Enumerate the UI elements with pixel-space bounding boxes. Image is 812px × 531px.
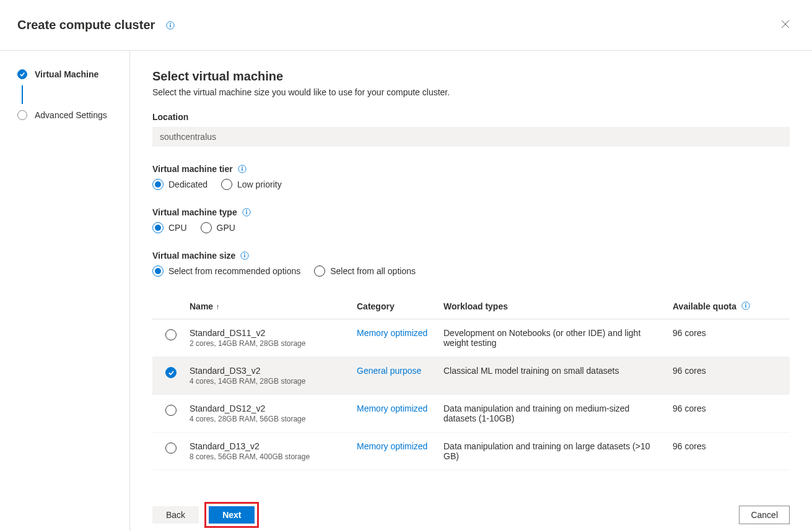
dialog-title: Create compute cluster xyxy=(17,18,155,32)
svg-point-12 xyxy=(244,253,245,254)
vm-quota: 96 cores xyxy=(673,328,790,338)
check-icon xyxy=(17,69,27,79)
step-connector xyxy=(22,85,23,104)
info-icon[interactable] xyxy=(242,208,251,217)
close-icon xyxy=(781,21,790,30)
column-workload-header[interactable]: Workload types xyxy=(443,301,673,311)
row-select-radio[interactable] xyxy=(165,367,177,378)
vm-name: Standard_DS12_v2 xyxy=(190,404,347,413)
vmsize-all-radio[interactable]: Select from all options xyxy=(314,266,416,277)
vmsize-label: Virtual machine size xyxy=(152,251,790,261)
tier-lowpriority-radio[interactable]: Low priority xyxy=(221,179,282,190)
vmsize-radio-group: Select from recommended options Select f… xyxy=(152,266,790,277)
vm-workload: Data manipulation and training on large … xyxy=(443,441,673,461)
tier-label: Virtual machine tier xyxy=(152,164,790,174)
step-circle-empty xyxy=(17,110,27,120)
vm-specs: 2 cores, 14GB RAM, 28GB storage xyxy=(190,339,347,348)
dialog-header: Create compute cluster xyxy=(0,0,812,51)
row-select-radio[interactable] xyxy=(165,405,177,416)
vm-quota: 96 cores xyxy=(673,404,790,413)
next-button[interactable]: Next xyxy=(209,506,255,524)
svg-rect-13 xyxy=(245,255,245,257)
vm-table-header: Name↑ Category Workload types Available … xyxy=(152,294,790,319)
vm-quota: 96 cores xyxy=(673,441,790,451)
svg-rect-16 xyxy=(745,305,746,308)
info-icon[interactable] xyxy=(238,165,247,173)
step-advanced-settings[interactable]: Advanced Settings xyxy=(0,104,129,126)
column-category-header[interactable]: Category xyxy=(357,301,443,311)
tier-dedicated-radio[interactable]: Dedicated xyxy=(152,179,207,190)
vmtype-label: Virtual machine type xyxy=(152,207,790,217)
location-label: Location xyxy=(152,112,790,122)
section-title: Select virtual machine xyxy=(152,69,790,84)
vm-specs: 8 cores, 56GB RAM, 400GB storage xyxy=(190,452,347,461)
svg-rect-2 xyxy=(170,24,171,27)
vm-table-row[interactable]: Standard_DS12_v2 4 cores, 28GB RAM, 56GB… xyxy=(152,395,790,433)
svg-point-9 xyxy=(246,210,247,211)
row-select-radio[interactable] xyxy=(165,442,177,454)
sort-ascending-icon: ↑ xyxy=(216,303,219,311)
info-icon[interactable] xyxy=(741,301,750,310)
vm-table-row[interactable]: Standard_D13_v2 8 cores, 56GB RAM, 400GB… xyxy=(152,433,790,470)
vmtype-gpu-radio[interactable]: GPU xyxy=(201,222,235,233)
step-label: Advanced Settings xyxy=(35,110,107,120)
category-link[interactable]: General purpose xyxy=(357,366,421,376)
step-virtual-machine[interactable]: Virtual Machine xyxy=(0,63,129,85)
back-button[interactable]: Back xyxy=(152,506,199,524)
vm-specs: 4 cores, 14GB RAM, 28GB storage xyxy=(190,377,347,386)
cancel-button[interactable]: Cancel xyxy=(739,506,790,524)
svg-rect-10 xyxy=(246,212,247,214)
svg-point-6 xyxy=(242,166,243,168)
section-subtitle: Select the virtual machine size you woul… xyxy=(152,87,790,97)
vm-table-row[interactable]: Standard_DS3_v2 4 cores, 14GB RAM, 28GB … xyxy=(152,357,790,395)
vm-name: Standard_DS3_v2 xyxy=(190,366,347,376)
vm-table-body: Standard_DS11_v2 2 cores, 14GB RAM, 28GB… xyxy=(152,319,790,470)
wizard-steps: Virtual Machine Advanced Settings xyxy=(0,51,130,531)
vmsize-recommended-radio[interactable]: Select from recommended options xyxy=(152,266,300,277)
svg-rect-7 xyxy=(242,168,242,171)
category-link[interactable]: Memory optimized xyxy=(357,404,427,413)
column-quota-header[interactable]: Available quota xyxy=(673,301,790,311)
step-label: Virtual Machine xyxy=(35,69,98,79)
vm-workload: Development on Notebooks (or other IDE) … xyxy=(443,328,673,348)
info-icon[interactable] xyxy=(240,251,249,260)
vm-quota: 96 cores xyxy=(673,366,790,376)
vm-workload: Classical ML model training on small dat… xyxy=(443,366,673,376)
vm-table-row[interactable]: Standard_DS11_v2 2 cores, 14GB RAM, 28GB… xyxy=(152,319,790,357)
vm-name: Standard_DS11_v2 xyxy=(190,328,347,338)
row-select-radio[interactable] xyxy=(165,329,177,340)
vm-workload: Data manipulation and training on medium… xyxy=(443,404,673,423)
vmtype-radio-group: CPU GPU xyxy=(152,222,790,233)
main-content: Select virtual machine Select the virtua… xyxy=(130,51,812,496)
wizard-footer: Back Next Cancel xyxy=(130,496,812,531)
tier-radio-group: Dedicated Low priority xyxy=(152,179,790,190)
close-button[interactable] xyxy=(776,15,795,35)
category-link[interactable]: Memory optimized xyxy=(357,328,427,338)
vm-specs: 4 cores, 28GB RAM, 56GB storage xyxy=(190,415,347,423)
info-icon[interactable] xyxy=(166,21,175,30)
location-input xyxy=(152,127,790,147)
vm-name: Standard_D13_v2 xyxy=(190,441,347,451)
column-name-header[interactable]: Name↑ xyxy=(190,301,357,311)
vmtype-cpu-radio[interactable]: CPU xyxy=(152,222,187,233)
svg-point-15 xyxy=(745,303,746,304)
category-link[interactable]: Memory optimized xyxy=(357,441,427,451)
svg-point-1 xyxy=(170,23,171,24)
